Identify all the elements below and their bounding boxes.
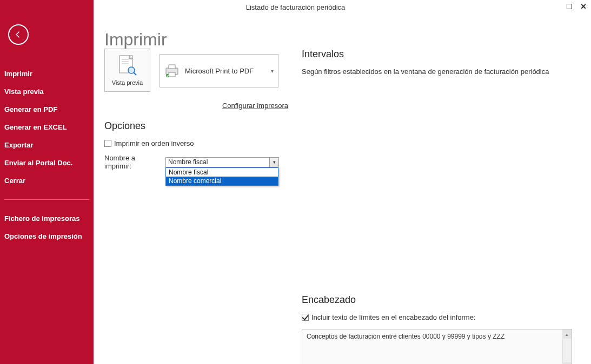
include-limits-label: Incluir texto de límites en el encabezad… [311, 313, 476, 321]
svg-line-5 [134, 72, 136, 75]
scroll-up-icon: ▴ [562, 329, 572, 339]
include-limits-row: Incluir texto de límites en el encabezad… [302, 313, 577, 321]
sidebar-item-generar-pdf[interactable]: Generar en PDF [4, 100, 89, 118]
scrollbar[interactable]: ▴ ▾ [562, 329, 572, 364]
name-to-print-value: Nombre fiscal [168, 158, 208, 166]
sidebar-item-opciones-impresion[interactable]: Opciones de impresión [4, 227, 89, 245]
right-column: Intervalos Según filtros establecidos en… [302, 49, 583, 97]
sidebar-item-vista-previa[interactable]: Vista previa [4, 83, 89, 100]
header-text-value: Conceptos de facturación entre clientes … [307, 333, 504, 340]
configure-printer-link[interactable]: Configurar impresora [104, 102, 288, 110]
reverse-order-row: Imprimir en orden inverso [104, 139, 288, 147]
name-to-print-combobox[interactable]: Nombre fiscal ▾ [165, 157, 279, 167]
opciones-section: Opciones Imprimir en orden inverso Nombr… [104, 120, 288, 170]
restore-button[interactable] [565, 2, 574, 11]
combo-option-nombre-fiscal[interactable]: Nombre fiscal [166, 168, 278, 177]
left-column: Vista previa Microsoft Print to PDF ▾ Co… [104, 49, 288, 170]
restore-icon [567, 4, 572, 9]
close-button[interactable]: × [579, 2, 588, 11]
sidebar-item-exportar[interactable]: Exportar [4, 136, 89, 154]
sidebar: Imprimir Vista previa Generar en PDF Gen… [0, 0, 94, 364]
encabezado-section: Encabezado Incluir texto de límites en e… [302, 294, 577, 364]
sidebar-item-fichero-impresoras[interactable]: Fichero de impresoras [4, 210, 89, 227]
name-to-print-dropdown: Nombre fiscal Nombre comercial [165, 167, 278, 186]
header-text-area[interactable]: Conceptos de facturación entre clientes … [302, 329, 572, 364]
name-to-print-row: Nombre a imprimir: Nombre fiscal ▾ Nombr… [104, 154, 288, 170]
combo-option-nombre-comercial[interactable]: Nombre comercial [166, 177, 278, 185]
intervalos-text: Según filtros establecidos en la ventana… [302, 68, 583, 76]
svg-rect-8 [169, 72, 175, 77]
chevron-down-icon: ▾ [271, 68, 274, 74]
app-window: Listado de facturación periódica × Impri… [0, 0, 591, 364]
printer-name: Microsoft Print to PDF [185, 67, 254, 75]
preview-button[interactable]: Vista previa [104, 49, 150, 92]
window-controls: × [565, 2, 588, 11]
svg-rect-7 [169, 65, 175, 69]
sidebar-item-generar-excel[interactable]: Generar en EXCEL [4, 118, 89, 136]
include-limits-checkbox[interactable] [302, 314, 309, 321]
chevron-down-icon: ▾ [269, 158, 278, 167]
name-to-print-combo: Nombre fiscal ▾ Nombre fiscal Nombre com… [165, 157, 279, 167]
preview-row: Vista previa Microsoft Print to PDF ▾ [104, 49, 288, 92]
reverse-order-checkbox[interactable] [104, 140, 111, 147]
preview-button-label: Vista previa [112, 79, 143, 86]
sidebar-item-cerrar[interactable]: Cerrar [4, 172, 89, 190]
document-magnifier-icon [118, 55, 137, 77]
sidebar-separator [4, 199, 89, 200]
reverse-order-label: Imprimir en orden inverso [114, 139, 194, 147]
main-panel: Imprimir Vista previa [94, 16, 591, 364]
printer-selector[interactable]: Microsoft Print to PDF ▾ [160, 54, 278, 87]
encabezado-heading: Encabezado [302, 294, 577, 306]
name-to-print-label: Nombre a imprimir: [104, 154, 160, 170]
arrow-left-icon [14, 30, 23, 39]
printer-icon [164, 64, 180, 78]
back-button[interactable] [8, 24, 29, 45]
intervalos-heading: Intervalos [302, 49, 583, 60]
sidebar-item-enviar-portal[interactable]: Enviar al Portal Doc. [4, 154, 89, 172]
opciones-heading: Opciones [104, 120, 288, 132]
page-title: Imprimir [104, 30, 591, 50]
sidebar-menu: Imprimir Vista previa Generar en PDF Gen… [4, 65, 89, 245]
sidebar-item-imprimir[interactable]: Imprimir [4, 65, 89, 83]
close-icon: × [581, 3, 587, 10]
